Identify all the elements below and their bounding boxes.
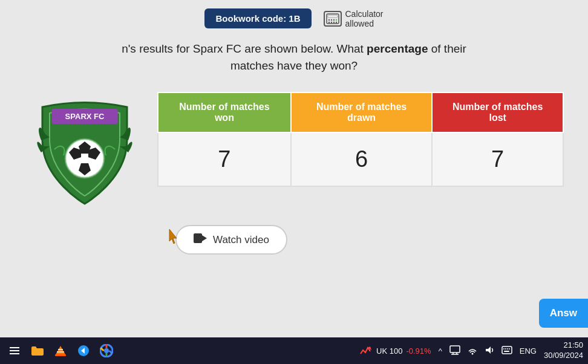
svg-point-2 [328,19,329,20]
taskbar-monitor-icon [449,345,460,357]
svg-point-3 [330,19,332,20]
svg-point-5 [335,19,336,20]
calculator-info: Calculator allowed [324,9,384,28]
video-icon [194,233,207,246]
taskbar-speaker-icon [485,345,494,357]
taskbar-icon-folder[interactable] [28,341,47,360]
taskbar-time: 21:50 30/09/2024 [544,340,583,361]
value-drawn: 6 [291,132,432,186]
svg-marker-21 [55,346,66,356]
header-lost: Number of matches lost [432,93,563,132]
header-drawn: Number of matches drawn [291,93,432,132]
bookwork-code-button[interactable]: Bookwork code: 1B [204,8,311,28]
club-name: SPARX FC [52,109,118,124]
svg-point-7 [330,21,332,22]
header-won: Number of matches won [158,93,291,132]
watch-video-section: Watch video [0,207,588,255]
value-lost: 7 [432,132,563,186]
watch-video-button[interactable]: Watch video [175,225,287,255]
stock-info: UK 100 -0.91% [359,345,431,356]
stock-name: UK 100 [376,346,402,356]
taskbar-caret[interactable]: ^ [439,346,442,356]
calculator-text: Calculator allowed [345,9,384,28]
value-won: 7 [158,132,291,186]
cursor-decoration [163,228,181,246]
svg-marker-17 [202,235,207,241]
taskbar-icon-cone[interactable] [51,341,70,360]
calculator-icon [324,11,342,27]
top-bar: Bookwork code: 1B Calculator allowed [0,0,588,34]
svg-marker-35 [486,346,491,354]
svg-rect-1 [328,15,338,18]
svg-rect-20 [10,353,19,354]
taskbar-icon-chrome[interactable] [97,341,116,360]
taskbar-icon-start[interactable] [5,341,24,360]
svg-point-8 [333,21,334,22]
taskbar-right: UK 100 -0.91% ^ [359,340,583,361]
taskbar-keyboard-icon [501,346,512,356]
svg-point-6 [328,21,329,22]
svg-rect-36 [502,346,512,354]
stock-value: -0.91% [406,346,431,356]
taskbar: UK 100 -0.91% ^ [0,337,588,364]
svg-rect-16 [194,233,202,243]
watch-video-label: Watch video [213,234,269,246]
main-content: SPARX FC Numb [0,86,588,207]
svg-rect-19 [10,347,19,348]
svg-rect-30 [450,346,460,353]
svg-point-9 [335,21,336,22]
svg-rect-22 [55,354,66,356]
svg-point-28 [104,348,109,353]
taskbar-wifi-icon [468,345,477,357]
club-shield: SPARX FC [36,92,133,207]
stock-icon [359,345,373,356]
question-text: n's results for Sparx FC are shown below… [0,34,588,86]
answer-button[interactable]: Answ [539,299,588,328]
svg-rect-18 [10,350,19,351]
stats-table: Number of matches won Number of matches … [157,92,564,187]
svg-point-34 [471,353,473,354]
svg-point-4 [333,19,334,20]
language[interactable]: ENG [520,346,537,356]
taskbar-icon-back[interactable] [74,341,93,360]
